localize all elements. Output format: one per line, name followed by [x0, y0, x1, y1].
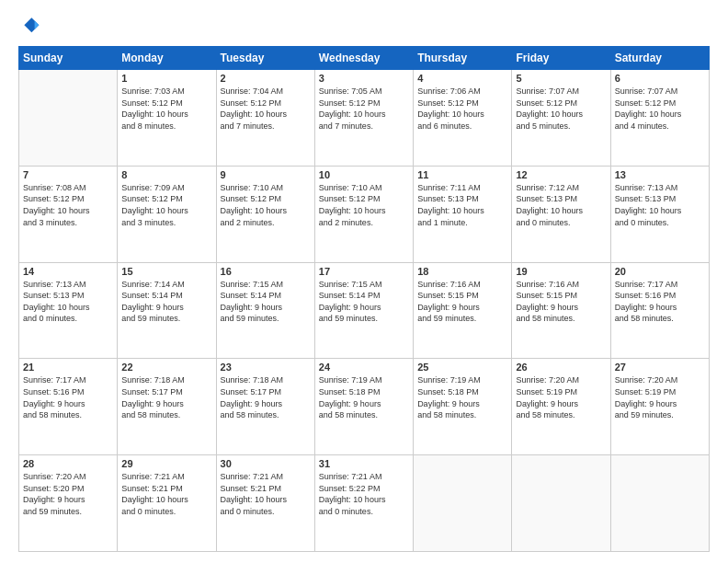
day-info: Sunrise: 7:17 AMSunset: 5:16 PMDaylight:… — [23, 374, 113, 420]
day-info: Sunrise: 7:09 AMSunset: 5:12 PMDaylight:… — [121, 182, 211, 228]
calendar-cell: 22Sunrise: 7:18 AMSunset: 5:17 PMDayligh… — [118, 359, 216, 455]
day-info: Sunrise: 7:17 AMSunset: 5:16 PMDaylight:… — [615, 279, 705, 325]
calendar-cell: 3Sunrise: 7:05 AMSunset: 5:12 PMDaylight… — [314, 70, 413, 167]
day-info: Sunrise: 7:16 AMSunset: 5:15 PMDaylight:… — [516, 279, 606, 325]
calendar-cell: 19Sunrise: 7:16 AMSunset: 5:15 PMDayligh… — [512, 262, 610, 359]
day-number: 3 — [319, 73, 409, 84]
calendar-table: SundayMondayTuesdayWednesdayThursdayFrid… — [18, 46, 710, 552]
calendar-cell: 20Sunrise: 7:17 AMSunset: 5:16 PMDayligh… — [610, 262, 709, 359]
day-number: 6 — [615, 73, 705, 84]
calendar-cell: 14Sunrise: 7:13 AMSunset: 5:13 PMDayligh… — [19, 262, 118, 359]
calendar-cell — [610, 455, 709, 552]
day-number: 23 — [221, 362, 311, 373]
col-header-sunday: Sunday — [19, 47, 118, 70]
calendar-cell: 5Sunrise: 7:07 AMSunset: 5:12 PMDaylight… — [512, 70, 610, 167]
day-number: 4 — [417, 73, 507, 84]
calendar-cell: 21Sunrise: 7:17 AMSunset: 5:16 PMDayligh… — [19, 359, 118, 455]
calendar-cell: 18Sunrise: 7:16 AMSunset: 5:15 PMDayligh… — [414, 262, 512, 359]
day-number: 29 — [121, 458, 211, 469]
day-number: 14 — [23, 266, 113, 277]
day-info: Sunrise: 7:21 AMSunset: 5:22 PMDaylight:… — [319, 471, 409, 517]
week-row-2: 7Sunrise: 7:08 AMSunset: 5:12 PMDaylight… — [19, 166, 710, 262]
day-info: Sunrise: 7:12 AMSunset: 5:13 PMDaylight:… — [516, 182, 606, 228]
calendar-cell: 2Sunrise: 7:04 AMSunset: 5:12 PMDaylight… — [216, 70, 314, 167]
calendar-cell: 28Sunrise: 7:20 AMSunset: 5:20 PMDayligh… — [19, 455, 118, 552]
day-number: 17 — [319, 266, 409, 277]
day-number: 2 — [221, 73, 311, 84]
page: SundayMondayTuesdayWednesdayThursdayFrid… — [0, 0, 728, 563]
calendar-cell — [512, 455, 610, 552]
day-info: Sunrise: 7:08 AMSunset: 5:12 PMDaylight:… — [23, 182, 113, 228]
day-number: 16 — [221, 266, 311, 277]
calendar-cell — [414, 455, 512, 552]
day-info: Sunrise: 7:03 AMSunset: 5:12 PMDaylight:… — [121, 86, 211, 132]
day-info: Sunrise: 7:13 AMSunset: 5:13 PMDaylight:… — [23, 279, 113, 325]
calendar-cell: 13Sunrise: 7:13 AMSunset: 5:13 PMDayligh… — [610, 166, 709, 262]
day-info: Sunrise: 7:06 AMSunset: 5:12 PMDaylight:… — [417, 86, 507, 132]
day-info: Sunrise: 7:21 AMSunset: 5:21 PMDaylight:… — [121, 471, 211, 517]
day-number: 26 — [516, 362, 606, 373]
day-info: Sunrise: 7:20 AMSunset: 5:19 PMDaylight:… — [516, 374, 606, 420]
calendar-cell: 26Sunrise: 7:20 AMSunset: 5:19 PMDayligh… — [512, 359, 610, 455]
calendar-header-row: SundayMondayTuesdayWednesdayThursdayFrid… — [19, 47, 710, 70]
calendar-cell: 30Sunrise: 7:21 AMSunset: 5:21 PMDayligh… — [216, 455, 314, 552]
day-number: 24 — [319, 362, 409, 373]
col-header-saturday: Saturday — [610, 47, 709, 70]
day-info: Sunrise: 7:19 AMSunset: 5:18 PMDaylight:… — [417, 374, 507, 420]
calendar-cell: 8Sunrise: 7:09 AMSunset: 5:12 PMDaylight… — [118, 166, 216, 262]
day-info: Sunrise: 7:15 AMSunset: 5:14 PMDaylight:… — [319, 279, 409, 325]
week-row-4: 21Sunrise: 7:17 AMSunset: 5:16 PMDayligh… — [19, 359, 710, 455]
day-info: Sunrise: 7:20 AMSunset: 5:20 PMDaylight:… — [23, 471, 113, 517]
week-row-3: 14Sunrise: 7:13 AMSunset: 5:13 PMDayligh… — [19, 262, 710, 359]
day-number: 22 — [121, 362, 211, 373]
header — [18, 15, 710, 37]
calendar-cell: 29Sunrise: 7:21 AMSunset: 5:21 PMDayligh… — [118, 455, 216, 552]
day-info: Sunrise: 7:11 AMSunset: 5:13 PMDaylight:… — [417, 182, 507, 228]
calendar-cell: 17Sunrise: 7:15 AMSunset: 5:14 PMDayligh… — [314, 262, 413, 359]
week-row-1: 1Sunrise: 7:03 AMSunset: 5:12 PMDaylight… — [19, 70, 710, 167]
col-header-thursday: Thursday — [414, 47, 512, 70]
day-info: Sunrise: 7:07 AMSunset: 5:12 PMDaylight:… — [615, 86, 705, 132]
calendar-cell: 25Sunrise: 7:19 AMSunset: 5:18 PMDayligh… — [414, 359, 512, 455]
day-number: 13 — [615, 169, 705, 180]
calendar-cell: 4Sunrise: 7:06 AMSunset: 5:12 PMDaylight… — [414, 70, 512, 167]
day-info: Sunrise: 7:04 AMSunset: 5:12 PMDaylight:… — [221, 86, 311, 132]
calendar-cell: 15Sunrise: 7:14 AMSunset: 5:14 PMDayligh… — [118, 262, 216, 359]
week-row-5: 28Sunrise: 7:20 AMSunset: 5:20 PMDayligh… — [19, 455, 710, 552]
col-header-wednesday: Wednesday — [314, 47, 413, 70]
logo — [18, 15, 44, 37]
day-number: 5 — [516, 73, 606, 84]
day-number: 18 — [417, 266, 507, 277]
day-number: 8 — [121, 169, 211, 180]
calendar-cell: 12Sunrise: 7:12 AMSunset: 5:13 PMDayligh… — [512, 166, 610, 262]
day-number: 31 — [319, 458, 409, 469]
day-number: 1 — [121, 73, 211, 84]
calendar-cell: 23Sunrise: 7:18 AMSunset: 5:17 PMDayligh… — [216, 359, 314, 455]
calendar-cell — [19, 70, 118, 167]
day-info: Sunrise: 7:13 AMSunset: 5:13 PMDaylight:… — [615, 182, 705, 228]
day-number: 27 — [615, 362, 705, 373]
calendar-cell: 10Sunrise: 7:10 AMSunset: 5:12 PMDayligh… — [314, 166, 413, 262]
day-number: 9 — [221, 169, 311, 180]
day-number: 21 — [23, 362, 113, 373]
day-info: Sunrise: 7:18 AMSunset: 5:17 PMDaylight:… — [221, 374, 311, 420]
calendar-cell: 24Sunrise: 7:19 AMSunset: 5:18 PMDayligh… — [314, 359, 413, 455]
col-header-friday: Friday — [512, 47, 610, 70]
day-info: Sunrise: 7:07 AMSunset: 5:12 PMDaylight:… — [516, 86, 606, 132]
day-number: 7 — [23, 169, 113, 180]
day-info: Sunrise: 7:05 AMSunset: 5:12 PMDaylight:… — [319, 86, 409, 132]
day-number: 12 — [516, 169, 606, 180]
day-info: Sunrise: 7:10 AMSunset: 5:12 PMDaylight:… — [319, 182, 409, 228]
svg-marker-1 — [35, 20, 40, 29]
day-number: 19 — [516, 266, 606, 277]
day-number: 20 — [615, 266, 705, 277]
day-number: 25 — [417, 362, 507, 373]
calendar-cell: 27Sunrise: 7:20 AMSunset: 5:19 PMDayligh… — [610, 359, 709, 455]
calendar-cell: 6Sunrise: 7:07 AMSunset: 5:12 PMDaylight… — [610, 70, 709, 167]
day-number: 30 — [221, 458, 311, 469]
day-info: Sunrise: 7:14 AMSunset: 5:14 PMDaylight:… — [121, 279, 211, 325]
day-info: Sunrise: 7:10 AMSunset: 5:12 PMDaylight:… — [221, 182, 311, 228]
day-number: 10 — [319, 169, 409, 180]
day-info: Sunrise: 7:18 AMSunset: 5:17 PMDaylight:… — [121, 374, 211, 420]
col-header-monday: Monday — [118, 47, 216, 70]
